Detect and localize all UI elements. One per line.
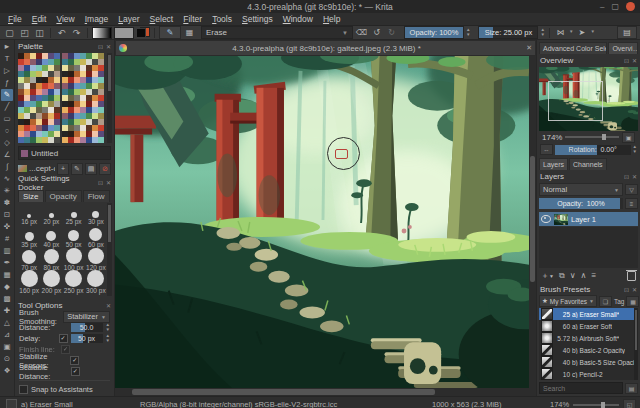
brush-presets-docker-header[interactable]: Brush Presets ⊡ ✕ bbox=[537, 283, 640, 295]
size-grid-scrollbar[interactable] bbox=[107, 203, 112, 296]
mirror-options-arrow[interactable]: ▼ bbox=[569, 30, 573, 35]
menu-view[interactable]: View bbox=[51, 14, 79, 24]
palette-swatch[interactable] bbox=[98, 137, 104, 143]
size-option[interactable]: 40 px bbox=[40, 226, 62, 249]
size-option[interactable] bbox=[63, 295, 85, 296]
move-layer-up-button[interactable]: ∧ bbox=[581, 271, 587, 280]
size-option[interactable]: 20 px bbox=[40, 203, 62, 226]
tool-crop[interactable]: # bbox=[1, 233, 13, 245]
tool-zoom-tool[interactable]: ⊙ bbox=[1, 353, 13, 365]
undo-icon[interactable]: ↶ bbox=[55, 27, 68, 38]
palette-scrollbar[interactable] bbox=[107, 53, 112, 143]
redo-icon[interactable]: ↷ bbox=[70, 27, 83, 38]
preset-search-input[interactable] bbox=[539, 382, 623, 394]
open-document-icon[interactable]: ◰ bbox=[18, 27, 31, 38]
tool-dynamic-brush[interactable]: ✳ bbox=[1, 185, 13, 197]
distance-spinner[interactable]: ▲▼ bbox=[106, 323, 110, 332]
tag-icon[interactable]: ❏ bbox=[599, 296, 612, 307]
move-layer-down-button[interactable]: ∨ bbox=[570, 271, 576, 280]
preset-row[interactable]: 40 b) Basic-2 Opacity bbox=[539, 344, 638, 356]
layer-properties-button[interactable]: ≡ bbox=[591, 271, 596, 280]
preset-row[interactable]: 40 b) Basic-5 Size Opacity bbox=[539, 356, 638, 368]
size-option[interactable]: 200 px bbox=[40, 272, 62, 295]
tool-reference-images[interactable]: ▣ bbox=[1, 341, 13, 353]
mirror-icon[interactable]: ⋈ bbox=[554, 27, 567, 38]
preset-row[interactable]: 5.72 b) Airbrush Soft* bbox=[539, 332, 638, 344]
tool-transform[interactable]: ⊡ bbox=[1, 209, 13, 221]
preset-row[interactable]: 10 c) Pencil-2 bbox=[539, 368, 638, 380]
palette-docker-header[interactable]: Palette ⊡ ✕ bbox=[15, 40, 114, 52]
blending-mode-select[interactable]: Erase ▼ bbox=[201, 26, 353, 39]
layer-options-menu-button[interactable]: ≡ bbox=[625, 198, 638, 209]
search-options-icon[interactable]: ▤ bbox=[625, 383, 638, 394]
close-docker-icon[interactable]: ✕ bbox=[632, 286, 637, 293]
layer-visibility-eye-icon[interactable] bbox=[541, 215, 551, 223]
layer-filter-icon[interactable]: ▽ bbox=[625, 184, 638, 195]
canvas-vertical-scrollbar[interactable] bbox=[529, 56, 536, 388]
scalable-distance-checkbox[interactable] bbox=[71, 367, 80, 376]
snap-to-assistants-checkbox[interactable] bbox=[19, 385, 28, 394]
menu-layer[interactable]: Layer bbox=[113, 14, 144, 24]
float-docker-icon[interactable]: ⊡ bbox=[624, 286, 629, 293]
size-option[interactable]: 35 px bbox=[18, 226, 40, 249]
preset-list-scrollbar[interactable] bbox=[634, 308, 638, 380]
snap-options-arrow[interactable]: ▼ bbox=[590, 30, 594, 35]
menu-select[interactable]: Select bbox=[145, 14, 179, 24]
gradient-chooser[interactable] bbox=[92, 27, 112, 39]
distance-input[interactable]: 50.0 bbox=[71, 323, 103, 332]
tool-enclose-fill[interactable]: ▩ bbox=[1, 293, 13, 305]
foreground-background-colors[interactable] bbox=[136, 27, 150, 38]
menu-tools[interactable]: Tools bbox=[207, 14, 237, 24]
tool-polygon[interactable]: ◇ bbox=[1, 137, 13, 149]
zoom-slider[interactable] bbox=[573, 404, 619, 406]
overview-zoom-button[interactable]: ▣ bbox=[622, 132, 635, 143]
tab-flow[interactable]: Flow bbox=[83, 190, 110, 202]
delay-spinner[interactable]: ▲▼ bbox=[106, 334, 110, 343]
tool-smart-patch[interactable]: ✚ bbox=[1, 305, 13, 317]
overview-zoom-slider[interactable] bbox=[565, 136, 619, 138]
new-document-icon[interactable]: ▢ bbox=[3, 27, 16, 38]
size-option[interactable]: 50 px bbox=[63, 226, 85, 249]
palette-current-color-row[interactable]: Untitled bbox=[18, 146, 111, 160]
menu-image[interactable]: Image bbox=[80, 14, 114, 24]
brush-smoothing-select[interactable]: Stabilizer ▼ bbox=[63, 311, 110, 323]
close-docker-icon[interactable]: ✕ bbox=[632, 173, 637, 180]
stabilize-sensors-checkbox[interactable] bbox=[70, 356, 79, 365]
overview-thumbnail[interactable] bbox=[539, 67, 638, 131]
size-option[interactable]: 300 px bbox=[85, 272, 107, 295]
canvas-horizontal-scrollbar[interactable] bbox=[115, 388, 536, 396]
layer-list-empty-area[interactable] bbox=[539, 227, 638, 268]
tag-filter-select[interactable]: ★ My Favorites ▼ bbox=[539, 295, 597, 307]
preset-display-mode-button[interactable]: ▦ bbox=[626, 296, 639, 307]
pattern-chooser[interactable] bbox=[114, 27, 134, 39]
tool-color-sampler[interactable]: ✒ bbox=[1, 257, 13, 269]
overview-docker-header[interactable]: Overview ⊡ ✕ bbox=[537, 54, 640, 66]
menu-settings[interactable]: Settings bbox=[237, 14, 278, 24]
size-option[interactable]: 30 px bbox=[85, 203, 107, 226]
duplicate-layer-button[interactable]: ⧉ bbox=[559, 271, 565, 281]
minimize-button[interactable]: – bbox=[600, 2, 604, 11]
tool-freehand-brush[interactable]: ✎ bbox=[1, 89, 13, 101]
tool-multibrush[interactable]: ✽ bbox=[1, 197, 13, 209]
tool-gradient[interactable]: ▥ bbox=[1, 245, 13, 257]
tool-freehand-path[interactable]: ∿ bbox=[1, 173, 13, 185]
tool-select-shapes[interactable]: ► bbox=[1, 41, 13, 53]
tab-overview[interactable]: Overvi… bbox=[608, 42, 638, 54]
tab-opacity[interactable]: Opacity bbox=[45, 190, 82, 202]
float-docker-icon[interactable]: ⊡ bbox=[98, 179, 103, 186]
menu-edit[interactable]: Edit bbox=[27, 14, 52, 24]
close-docker-icon[interactable]: ✕ bbox=[106, 179, 111, 186]
size-option[interactable]: 16 px bbox=[18, 203, 40, 226]
close-button[interactable] bbox=[626, 2, 635, 11]
opacity-spinner[interactable]: ▲▼ bbox=[466, 28, 470, 37]
preset-row[interactable]: 60 a) Eraser Soft bbox=[539, 320, 638, 332]
size-option[interactable]: 100 px bbox=[63, 249, 85, 272]
canvas-only-mode-button[interactable]: ◱ bbox=[623, 399, 636, 408]
add-layer-button[interactable]: ＋▼ bbox=[541, 270, 554, 281]
size-option[interactable] bbox=[18, 295, 40, 296]
size-option[interactable] bbox=[40, 295, 62, 296]
maximize-button[interactable]: ▢ bbox=[611, 2, 619, 11]
tool-pattern-edit[interactable]: ▦ bbox=[1, 269, 13, 281]
tab-size[interactable]: Size bbox=[18, 190, 44, 202]
size-spinner[interactable]: ▲▼ bbox=[540, 28, 544, 37]
